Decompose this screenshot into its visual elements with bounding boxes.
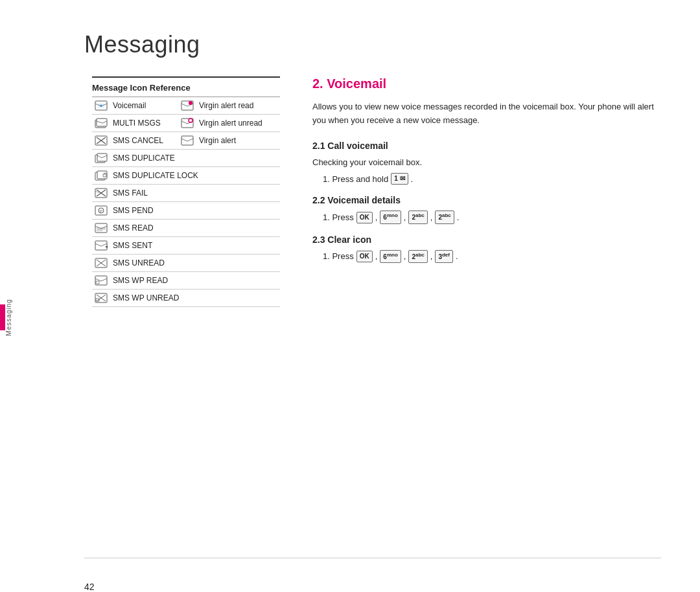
key-ok-btn-3: OK bbox=[356, 251, 373, 262]
sms-wp-unread-label: SMS WP UNREAD bbox=[110, 290, 280, 307]
table-row: SMS WP UNREAD bbox=[92, 290, 280, 307]
svg-line-50 bbox=[95, 279, 101, 281]
key-ok-btn-2: OK bbox=[356, 212, 373, 223]
sms-wp-unread-icon bbox=[95, 293, 108, 303]
voicemail-icon-cell: 📧 bbox=[92, 97, 110, 115]
virgin-alert-read-icon bbox=[181, 100, 194, 111]
comma-5: , bbox=[404, 251, 406, 261]
voicemail-details-step: 1. Press OK , 6mno , 2abc , 2abc . bbox=[323, 211, 661, 223]
multi-msgs-icon bbox=[95, 118, 108, 128]
step-label: 1. Press and hold bbox=[323, 174, 388, 184]
sidebar: Messaging bbox=[0, 76, 21, 558]
svg-rect-52 bbox=[96, 281, 99, 284]
key-6mno-btn-2: 6mno bbox=[380, 211, 401, 223]
table-header: Message Icon Reference bbox=[92, 77, 280, 97]
table-row: SMS FAIL bbox=[92, 185, 280, 202]
sms-unread-label: SMS UNREAD bbox=[110, 255, 280, 272]
step-label-2: 1. Press bbox=[323, 212, 354, 222]
table-row: SMS WP READ bbox=[92, 272, 280, 290]
svg-line-21 bbox=[187, 139, 193, 141]
sms-wp-read-label: SMS WP READ bbox=[110, 272, 280, 290]
sms-wp-read-icon bbox=[95, 275, 108, 286]
table-row: SMS READ bbox=[92, 220, 280, 237]
svg-rect-27 bbox=[97, 171, 107, 179]
page-title: Messaging bbox=[0, 0, 700, 76]
sms-dup-lock-icon bbox=[95, 170, 108, 181]
svg-point-15 bbox=[189, 119, 192, 122]
key-2abc-btn-2a: 2abc bbox=[408, 211, 427, 223]
virgin-alert-icon bbox=[181, 135, 194, 146]
table-row: P SMS PEND bbox=[92, 202, 280, 220]
table-row: 📧 Voicemail bbox=[92, 97, 280, 115]
svg-text:📧: 📧 bbox=[98, 102, 104, 109]
key-2abc-btn-2b: 2abc bbox=[435, 211, 454, 223]
sms-unread-icon bbox=[95, 258, 108, 268]
virgin-alert-read-icon-cell bbox=[178, 97, 196, 115]
virgin-alert-unread-label: Virgin alert unread bbox=[196, 115, 280, 132]
key-6mno-btn-3: 6mno bbox=[380, 250, 401, 263]
svg-rect-19 bbox=[181, 136, 193, 145]
step-period-2: . bbox=[457, 212, 460, 222]
clear-icon-step: 1. Press OK , 6mno , 2abc , 3def . bbox=[323, 250, 661, 263]
svg-line-5 bbox=[181, 104, 187, 106]
table-row: SMS SENT bbox=[92, 237, 280, 255]
table-row: SMS CANCEL Virgin alert bbox=[92, 132, 280, 150]
sms-pend-icon: P bbox=[95, 205, 108, 216]
voicemail-icon: 📧 bbox=[95, 100, 108, 111]
svg-line-20 bbox=[181, 139, 187, 141]
voicemail-section: 2. Voicemail Allows you to view new voic… bbox=[293, 76, 700, 558]
sub-section-call-voicemail-title: 2.1 Call voicemail bbox=[312, 141, 661, 151]
key-3def-btn: 3def bbox=[435, 250, 453, 263]
sub-section-call-voicemail-body: Checking your voicemail box. bbox=[312, 156, 661, 170]
page: Messaging Messaging Message Icon Referen… bbox=[0, 0, 700, 592]
svg-line-51 bbox=[101, 279, 107, 281]
svg-point-7 bbox=[189, 101, 192, 105]
svg-rect-9 bbox=[97, 119, 107, 126]
key-2abc-btn-3: 2abc bbox=[408, 250, 427, 263]
step-label-3: 1. Press bbox=[323, 251, 354, 261]
sms-duplicate-icon bbox=[95, 153, 108, 163]
svg-line-13 bbox=[181, 121, 187, 124]
comma-6: , bbox=[430, 251, 433, 261]
sms-cancel-icon bbox=[95, 135, 108, 146]
svg-rect-12 bbox=[181, 119, 193, 128]
sms-fail-icon bbox=[95, 188, 108, 198]
sms-cancel-label: SMS CANCEL bbox=[110, 132, 178, 150]
sub-section-clear-icon-title: 2.3 Clear icon bbox=[312, 234, 661, 245]
svg-marker-45 bbox=[105, 245, 108, 248]
key-1-btn: 1 ✉ bbox=[391, 173, 408, 185]
comma-2: , bbox=[404, 212, 406, 222]
virgin-alert-read-label: Virgin alert read bbox=[196, 97, 280, 115]
sidebar-label: Messaging bbox=[5, 299, 12, 336]
sms-duplicate-label: SMS DUPLICATE bbox=[110, 150, 280, 167]
icon-table: Message Icon Reference 📧 bbox=[92, 76, 280, 307]
svg-rect-42 bbox=[95, 241, 107, 250]
sms-fail-label: SMS FAIL bbox=[110, 185, 280, 202]
table-row: MULTI MSGS Virgin alert unread bbox=[92, 115, 280, 132]
svg-line-43 bbox=[95, 244, 101, 246]
main-content: Messaging Message Icon Reference bbox=[0, 76, 700, 558]
comma-3: , bbox=[430, 212, 433, 222]
comma-4: , bbox=[375, 251, 378, 261]
step-period-3: . bbox=[456, 251, 458, 261]
svg-line-37 bbox=[95, 226, 101, 229]
sms-pend-label: SMS PEND bbox=[110, 202, 280, 220]
comma-1: , bbox=[375, 212, 378, 222]
page-number: 42 bbox=[84, 582, 700, 592]
sms-read-icon bbox=[95, 223, 108, 233]
icon-reference-section: Message Icon Reference 📧 bbox=[21, 76, 293, 558]
table-row: SMS DUPLICATE LOCK bbox=[92, 167, 280, 185]
table-row: SMS DUPLICATE bbox=[92, 150, 280, 167]
sidebar-bar bbox=[0, 304, 5, 330]
sms-dup-lock-label: SMS DUPLICATE LOCK bbox=[110, 167, 280, 185]
svg-line-44 bbox=[101, 244, 107, 246]
virgin-alert-unread-icon bbox=[181, 118, 194, 128]
step-period: . bbox=[411, 174, 414, 184]
page-footer bbox=[84, 558, 661, 582]
sms-sent-icon bbox=[95, 240, 108, 251]
svg-text:P: P bbox=[100, 209, 102, 213]
sub-section-voicemail-details-title: 2.2 Voicemail details bbox=[312, 195, 661, 205]
multi-msgs-label: MULTI MSGS bbox=[110, 115, 178, 132]
table-row: SMS UNREAD bbox=[92, 255, 280, 272]
svg-line-38 bbox=[101, 226, 107, 229]
